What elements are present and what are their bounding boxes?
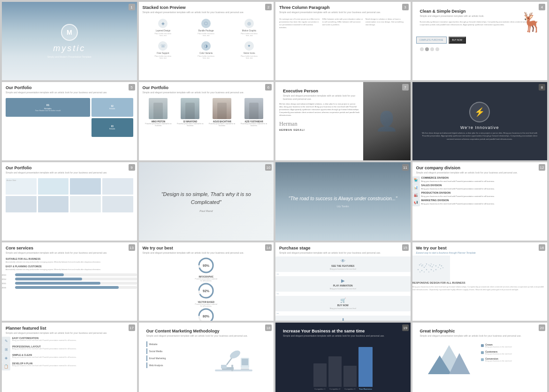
slide-5-subtitle: Simple and elegant presentation template… [2,91,137,96]
slide-15[interactable]: 15 Purchase stage Simple and elegant pre… [275,242,411,321]
slide-19[interactable]: 19 Increase Your Business at the same ti… [275,323,411,392]
dot-3 [430,47,434,51]
person-role-1: Powerful presentation material for at bu… [143,123,175,127]
svg-point-30 [421,270,422,271]
division-icon-1: 🏪 [412,176,420,184]
slide-9[interactable]: 9 Our Portfolio Simple and elegant prese… [2,162,137,241]
slide-badge-10: 10 [265,164,272,171]
icon-5: ◑ [201,41,211,51]
division-text-4: MARKETING DIVISION Bring your business t… [421,199,495,205]
division-icon-4: 📢 [412,199,420,206]
stage-icon-4: ⬇ [277,317,409,321]
division-3: 🏭 PRODUCTION DIVISION Bring your busines… [412,191,548,199]
person-photo-1 [149,98,168,119]
icon-label-3: Motion Graphic [242,30,257,32]
exec-body: We live clean design and advanced digita… [279,103,359,119]
cm-item-2: Social Media [146,348,198,354]
slide-8[interactable]: 8 ⚡ We're Innovative We live clean desig… [412,82,548,160]
bar-3: 2015 [2,282,137,285]
slide-badge-5: 5 [129,84,135,90]
svg-point-18 [429,265,430,266]
planner-desc-3: Bring your business to the next level wi… [12,356,76,358]
donut-svg-2: 92% [197,282,215,300]
slide-17[interactable]: 17 Planner featured list Simple and eleg… [2,323,137,392]
complete-purchase-button[interactable]: COMPLETE PURCHASE [416,37,447,44]
slide-3-subtitle: Simple and elegant presentation template… [275,11,411,16]
funnel-item-2: Customers Bring your business to the nex… [481,350,540,355]
exec-title: Executive Person [279,85,359,94]
feature-title: RESPONSIVE DESIGN FOR ALL BUSINESS [412,281,548,284]
brand-tagline: Simply and Modern Presentation Template [47,55,92,58]
building-c3 [343,366,357,387]
person-3: AOUS BACHTYAR Powerful presentation mate… [206,98,238,127]
division-text-1: COMMERCE DIVISION Bring your business to… [421,176,495,182]
slide-badge-12: 12 [539,164,545,171]
cm-item-3: Email Marketing [146,355,198,361]
svg-point-32 [426,269,427,270]
logo-circle: M [61,24,78,41]
competitor-2-label: Competitor 2 [329,388,340,390]
bar-4: 2016 [2,286,137,289]
slide-badge-18: 18 [265,324,272,331]
slide-12[interactable]: 12 Our company division Simple and elega… [412,162,548,241]
planner-1: ✎ EASY CUSTOMIZATION Bring your business… [2,337,137,345]
slide-2[interactable]: 2 Stacked Icon Preview Simple and elegan… [139,2,274,80]
planner-desc-2: Bring your business to the next level wi… [12,348,76,350]
innovative-body: We live clean design and advanced digita… [420,132,540,141]
pg-item-6 [38,196,69,212]
innovative-content: ⚡ We're Innovative We live clean design … [416,86,544,157]
slide-17-title: Planner featured list [2,323,137,332]
circle-1: 95% INFOGRAPHIC Powerful presentation ma… [139,256,274,282]
feature-desc: Bring your business to the next level an… [412,286,548,291]
slide-11[interactable]: 11 "The road to success is Always under … [275,162,411,241]
slide-16[interactable]: 16 We try our best Easiest way to start … [412,242,548,321]
svg-point-26 [441,265,442,266]
person-photo-2 [181,98,199,119]
svg-point-27 [442,267,443,268]
icon-item-6: ✦ Vector Icons Place holder text demo he… [240,41,259,59]
world-map-svg [412,256,450,281]
svg-point-20 [431,266,432,267]
deer-icon: 🦌 [520,11,543,33]
icons-row: ◈ Layered Design Place holder text demo … [139,17,274,38]
slide-3[interactable]: 3 Three Column Paragraph Simple and eleg… [275,2,411,80]
planner-text-3: SIMPLE & CLEAN Bring your business to th… [12,354,76,358]
slide-18-title: Our Content Marketing Methodology [143,325,270,334]
increase-header: Increase Your Business at the same time … [275,323,411,342]
slide-14[interactable]: 14 We try our best Simple and elegant pr… [139,242,274,321]
svg-point-14 [423,267,424,268]
slide-13[interactable]: 13 Core services Simple and elegant pres… [2,242,137,321]
slide-4[interactable]: 4 Clean & Simple Design Simple and elega… [412,2,548,80]
slide-6[interactable]: 6 Our Portfolio Simple and elegant prese… [139,82,274,160]
portfolio-item-3: 03Reliable [92,118,133,137]
division-text-3: PRODUCTION DIVISION Bring your business … [421,191,495,197]
slide-19-subtitle: Simple and elegant presentation template… [279,334,407,339]
svg-rect-9 [412,256,450,281]
pg-item-2 [38,178,69,195]
service-label-1: SUITABLE FOR ALL BUSINESS [6,257,133,260]
icon-item-3: ◎ Motion Graphic Place holder text demo … [240,19,259,37]
svg-point-24 [439,264,440,265]
buy-now-button[interactable]: BUY NOW [449,37,466,44]
slide-badge-16: 16 [539,244,545,251]
slide-badge-20: 20 [539,324,545,331]
svg-rect-37 [215,369,252,371]
slide-badge-11: 11 [402,164,409,171]
icon-label-4: Free Support [157,52,169,54]
slide-10[interactable]: 10 "Design is so simple, That's why it i… [139,162,274,241]
planner-desc-1: Bring your business to the next level wi… [12,339,76,341]
person-role-2: Powerful presentation material for at bu… [174,123,206,127]
slide-5[interactable]: 5 Our Portfolio Simple and elegant prese… [2,82,137,160]
slide-18[interactable]: 18 Our Content Marketing Methodology Sim… [139,323,274,392]
slide-7[interactable]: 7 Executive Person Simple and elegant pr… [275,82,411,160]
circle-3: 80% SAVE TIME & MONEY Powerful presentat… [139,307,274,321]
svg-point-28 [417,269,418,270]
funnel-item-1: Crown Bring your business to the next le… [481,343,540,348]
service-label-2: EASY & PLANNING CUSTOMIZE [6,265,133,268]
svg-point-31 [424,271,425,272]
slide-1[interactable]: M mystic Simply and Modern Presentation … [2,2,137,80]
slide-20[interactable]: 20 Great Infographic Simple and elegant … [412,323,548,392]
slide-17-subtitle: Simple and elegant presentation template… [2,332,137,337]
person-role-4: Powerful presentation material for at bu… [238,123,270,127]
portfolio-item-main: 01 Reliable Your Header text for better … [6,98,90,117]
